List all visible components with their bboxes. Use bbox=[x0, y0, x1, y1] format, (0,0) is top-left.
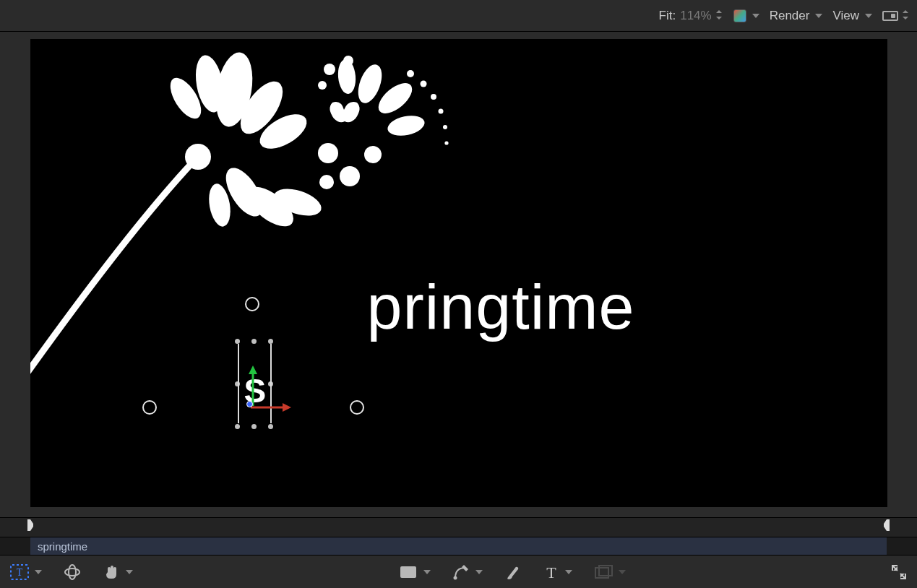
z-axis-anchor[interactable] bbox=[246, 401, 253, 407]
bbox-handle-tl[interactable] bbox=[235, 339, 240, 344]
color-swatch-icon bbox=[733, 9, 746, 22]
fullscreen-toggle[interactable] bbox=[888, 561, 910, 583]
top-toolbar: Fit: 114% Render View bbox=[0, 0, 917, 32]
transform-ring-top[interactable] bbox=[245, 297, 259, 311]
mini-timeline-ruler[interactable] bbox=[0, 517, 917, 537]
fit-value: 114% bbox=[680, 9, 711, 23]
view-label: View bbox=[832, 9, 859, 23]
svg-point-26 bbox=[444, 141, 448, 144]
bezier-pen-tool[interactable] bbox=[449, 561, 486, 584]
svg-point-21 bbox=[407, 70, 414, 77]
svg-point-22 bbox=[420, 81, 426, 87]
canvas[interactable]: pringtime S bbox=[30, 39, 887, 507]
fit-label: Fit: bbox=[659, 9, 676, 23]
transform-glyph-tool[interactable]: T bbox=[7, 561, 45, 583]
svg-point-24 bbox=[438, 109, 443, 114]
render-menu[interactable]: Render bbox=[770, 9, 823, 23]
chevron-down-icon bbox=[752, 14, 759, 18]
chevron-down-icon bbox=[815, 14, 822, 18]
bbox-handle-bl[interactable] bbox=[235, 424, 240, 429]
svg-point-16 bbox=[364, 146, 382, 163]
svg-point-0 bbox=[185, 144, 211, 170]
bbox-handle-tr[interactable] bbox=[268, 339, 273, 344]
svg-point-17 bbox=[319, 175, 334, 189]
svg-marker-30 bbox=[283, 403, 291, 412]
svg-text:T: T bbox=[17, 567, 23, 578]
svg-point-36 bbox=[453, 576, 457, 579]
canvas-text-main[interactable]: pringtime bbox=[367, 270, 635, 344]
paint-brush-tool[interactable] bbox=[501, 561, 525, 584]
in-point-icon[interactable] bbox=[26, 519, 35, 538]
bbox-handle-bc[interactable] bbox=[251, 424, 257, 429]
svg-point-14 bbox=[318, 143, 338, 163]
viewer-area: pringtime S bbox=[0, 32, 917, 517]
x-axis-gizmo[interactable] bbox=[251, 402, 291, 415]
transform-ring-right[interactable] bbox=[350, 400, 364, 415]
bbox-edge-left bbox=[238, 344, 239, 423]
svg-point-18 bbox=[324, 64, 335, 75]
bottom-toolbar: T T bbox=[0, 555, 917, 588]
group-tool bbox=[591, 562, 629, 582]
svg-point-15 bbox=[340, 166, 360, 186]
aspect-icon bbox=[882, 11, 898, 21]
pan-hand-tool[interactable] bbox=[100, 561, 136, 584]
mini-timeline-track: springtime bbox=[0, 537, 917, 555]
svg-point-12 bbox=[385, 113, 426, 139]
chevron-down-icon bbox=[126, 570, 133, 574]
zoom-fit-menu[interactable]: Fit: 114% bbox=[659, 9, 723, 23]
svg-point-23 bbox=[431, 94, 436, 100]
svg-text:T: T bbox=[546, 564, 556, 580]
svg-point-34 bbox=[69, 565, 76, 579]
chevron-down-icon bbox=[423, 570, 431, 574]
aspect-layout-menu[interactable] bbox=[882, 11, 910, 21]
svg-rect-35 bbox=[400, 566, 416, 578]
chevron-down-icon bbox=[565, 570, 572, 574]
text-tool[interactable]: T bbox=[541, 561, 575, 583]
out-point-icon[interactable] bbox=[882, 519, 891, 538]
chevron-down-icon bbox=[35, 570, 42, 574]
timeline-clip[interactable]: springtime bbox=[30, 537, 887, 555]
bbox-handle-tc[interactable] bbox=[251, 339, 257, 344]
svg-marker-28 bbox=[249, 366, 257, 374]
color-channel-menu[interactable] bbox=[733, 9, 759, 22]
svg-point-25 bbox=[443, 125, 447, 129]
transform-ring-left[interactable] bbox=[142, 400, 157, 415]
view-menu[interactable]: View bbox=[832, 9, 872, 23]
bbox-handle-br[interactable] bbox=[268, 424, 273, 429]
app-root: Fit: 114% Render View bbox=[0, 0, 917, 588]
svg-point-33 bbox=[65, 568, 79, 576]
orbit-3d-tool[interactable] bbox=[61, 561, 84, 584]
svg-point-19 bbox=[343, 56, 353, 66]
rectangle-mask-tool[interactable] bbox=[396, 562, 434, 582]
chevron-down-icon bbox=[865, 14, 872, 18]
chevron-down-icon bbox=[619, 570, 626, 574]
clip-label: springtime bbox=[38, 540, 87, 553]
chevron-down-icon bbox=[475, 570, 483, 574]
render-label: Render bbox=[770, 9, 810, 23]
svg-point-20 bbox=[318, 81, 327, 90]
